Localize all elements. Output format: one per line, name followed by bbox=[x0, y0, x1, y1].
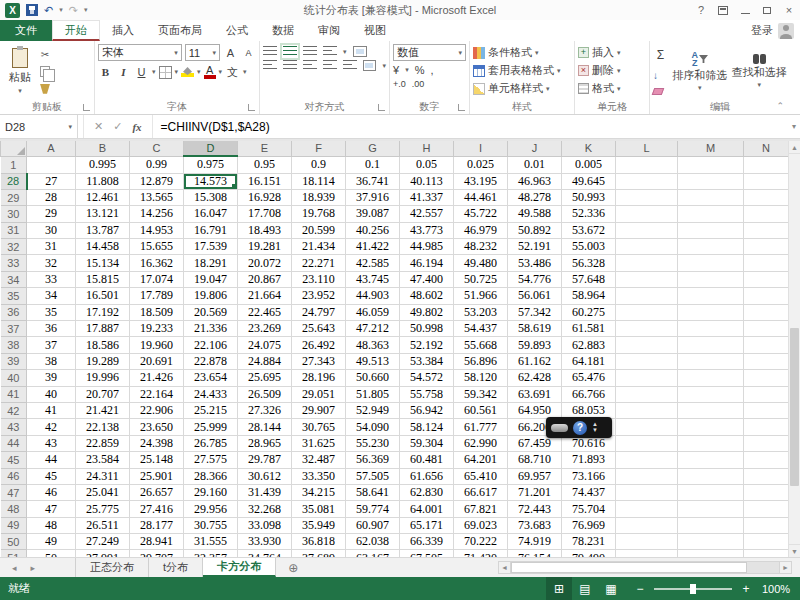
scroll-right-button[interactable]: ► bbox=[779, 561, 792, 574]
cancel-entry-button[interactable]: ✕ bbox=[94, 120, 103, 133]
wrap-text-icon[interactable] bbox=[353, 46, 367, 57]
cell-N33[interactable] bbox=[744, 255, 789, 271]
cell-N43[interactable] bbox=[744, 419, 789, 435]
cell-A32[interactable]: 31 bbox=[27, 239, 76, 255]
cell-K40[interactable]: 65.476 bbox=[562, 370, 616, 386]
ribbon-display-options-button[interactable] bbox=[712, 0, 734, 20]
cell-G30[interactable]: 39.087 bbox=[346, 206, 400, 222]
cell-L33[interactable] bbox=[616, 255, 678, 271]
redo-dropdown-icon[interactable]: ▾ bbox=[84, 6, 88, 14]
cell-D51[interactable]: 32.357 bbox=[184, 550, 238, 557]
cell-E33[interactable]: 20.072 bbox=[238, 255, 292, 271]
cell-N41[interactable] bbox=[744, 386, 789, 402]
cell-D44[interactable]: 26.785 bbox=[184, 435, 238, 451]
cell-M45[interactable] bbox=[678, 452, 744, 468]
cell-A45[interactable]: 44 bbox=[27, 452, 76, 468]
cell-I45[interactable]: 64.201 bbox=[454, 452, 508, 468]
cell-C45[interactable]: 25.148 bbox=[130, 452, 184, 468]
font-dialog-launcher-icon[interactable] bbox=[248, 104, 255, 111]
cell-G32[interactable]: 41.422 bbox=[346, 239, 400, 255]
orientation-dropdown-icon[interactable]: ▾ bbox=[343, 48, 347, 56]
row-header-45[interactable]: 45 bbox=[1, 452, 27, 468]
cell-C48[interactable]: 27.416 bbox=[130, 501, 184, 517]
cell-H49[interactable]: 65.171 bbox=[400, 517, 454, 533]
cell-G43[interactable]: 54.090 bbox=[346, 419, 400, 435]
align-middle-icon[interactable] bbox=[283, 46, 297, 57]
font-size-dropdown-icon[interactable]: ▾ bbox=[212, 49, 216, 57]
cell-A39[interactable]: 38 bbox=[27, 353, 76, 369]
decrease-decimal-button[interactable]: .00 bbox=[412, 79, 425, 89]
align-right-icon[interactable] bbox=[303, 60, 317, 71]
cell-I51[interactable]: 71.420 bbox=[454, 550, 508, 557]
font-color-button[interactable]: A bbox=[204, 65, 216, 79]
cell-N39[interactable] bbox=[744, 353, 789, 369]
cell-N44[interactable] bbox=[744, 435, 789, 451]
cell-D30[interactable]: 16.047 bbox=[184, 206, 238, 222]
cell-D40[interactable]: 23.654 bbox=[184, 370, 238, 386]
cell-E31[interactable]: 18.493 bbox=[238, 222, 292, 238]
cell-N1[interactable] bbox=[744, 156, 789, 173]
cell-J48[interactable]: 72.443 bbox=[508, 501, 562, 517]
horizontal-scrollbar-track[interactable] bbox=[511, 561, 779, 574]
cell-J46[interactable]: 69.957 bbox=[508, 468, 562, 484]
column-header-B[interactable]: B bbox=[76, 141, 130, 156]
cell-K33[interactable]: 56.328 bbox=[562, 255, 616, 271]
cell-D31[interactable]: 16.791 bbox=[184, 222, 238, 238]
comma-button[interactable]: , bbox=[430, 64, 433, 76]
row-header-35[interactable]: 35 bbox=[1, 288, 27, 304]
cell-C28[interactable]: 12.879 bbox=[130, 173, 184, 189]
italic-button[interactable]: I bbox=[116, 64, 131, 80]
cell-L46[interactable] bbox=[616, 468, 678, 484]
cell-L42[interactable] bbox=[616, 402, 678, 418]
page-break-view-button[interactable]: ▦ bbox=[598, 577, 624, 600]
align-bottom-icon[interactable] bbox=[303, 46, 317, 57]
cell-J47[interactable]: 71.201 bbox=[508, 484, 562, 500]
cell-A50[interactable]: 49 bbox=[27, 534, 76, 550]
cell-L44[interactable] bbox=[616, 435, 678, 451]
scroll-down-button[interactable]: ▼ bbox=[789, 544, 800, 557]
undo-dropdown-icon[interactable]: ▾ bbox=[59, 6, 63, 14]
cell-B32[interactable]: 14.458 bbox=[76, 239, 130, 255]
cell-A31[interactable]: 30 bbox=[27, 222, 76, 238]
cell-D28[interactable]: 14.573 bbox=[184, 173, 238, 189]
cell-K47[interactable]: 74.437 bbox=[562, 484, 616, 500]
fill-color-dropdown-icon[interactable]: ▾ bbox=[197, 68, 201, 76]
cell-M38[interactable] bbox=[678, 337, 744, 353]
row-header-30[interactable]: 30 bbox=[1, 206, 27, 222]
cell-J30[interactable]: 49.588 bbox=[508, 206, 562, 222]
column-header-F[interactable]: F bbox=[292, 141, 346, 156]
row-header-49[interactable]: 49 bbox=[1, 517, 27, 533]
cut-button[interactable]: ✂ bbox=[40, 49, 50, 60]
cell-D43[interactable]: 25.999 bbox=[184, 419, 238, 435]
cell-A1[interactable] bbox=[27, 156, 76, 173]
column-header-A[interactable]: A bbox=[27, 141, 76, 156]
cell-G38[interactable]: 48.363 bbox=[346, 337, 400, 353]
cell-K32[interactable]: 55.003 bbox=[562, 239, 616, 255]
cell-G49[interactable]: 60.907 bbox=[346, 517, 400, 533]
cell-L1[interactable] bbox=[616, 156, 678, 173]
align-center-icon[interactable] bbox=[283, 60, 297, 71]
cell-K50[interactable]: 78.231 bbox=[562, 534, 616, 550]
row-header-39[interactable]: 39 bbox=[1, 353, 27, 369]
cell-D47[interactable]: 29.160 bbox=[184, 484, 238, 500]
cell-M48[interactable] bbox=[678, 501, 744, 517]
cell-M44[interactable] bbox=[678, 435, 744, 451]
cell-H38[interactable]: 52.192 bbox=[400, 337, 454, 353]
cell-M37[interactable] bbox=[678, 321, 744, 337]
decrease-indent-icon[interactable] bbox=[323, 60, 337, 71]
cell-H30[interactable]: 42.557 bbox=[400, 206, 454, 222]
cell-B41[interactable]: 20.707 bbox=[76, 386, 130, 402]
cell-N29[interactable] bbox=[744, 189, 789, 205]
name-box-dropdown-icon[interactable]: ▾ bbox=[68, 123, 72, 131]
cell-K1[interactable]: 0.005 bbox=[562, 156, 616, 173]
font-color-dropdown-icon[interactable]: ▾ bbox=[219, 68, 223, 76]
cell-J28[interactable]: 46.963 bbox=[508, 173, 562, 189]
cell-G48[interactable]: 59.774 bbox=[346, 501, 400, 517]
column-header-J[interactable]: J bbox=[508, 141, 562, 156]
cell-F48[interactable]: 35.081 bbox=[292, 501, 346, 517]
cell-K36[interactable]: 60.275 bbox=[562, 304, 616, 320]
cell-A47[interactable]: 46 bbox=[27, 484, 76, 500]
cell-L36[interactable] bbox=[616, 304, 678, 320]
cell-E42[interactable]: 27.326 bbox=[238, 402, 292, 418]
column-header-E[interactable]: E bbox=[238, 141, 292, 156]
